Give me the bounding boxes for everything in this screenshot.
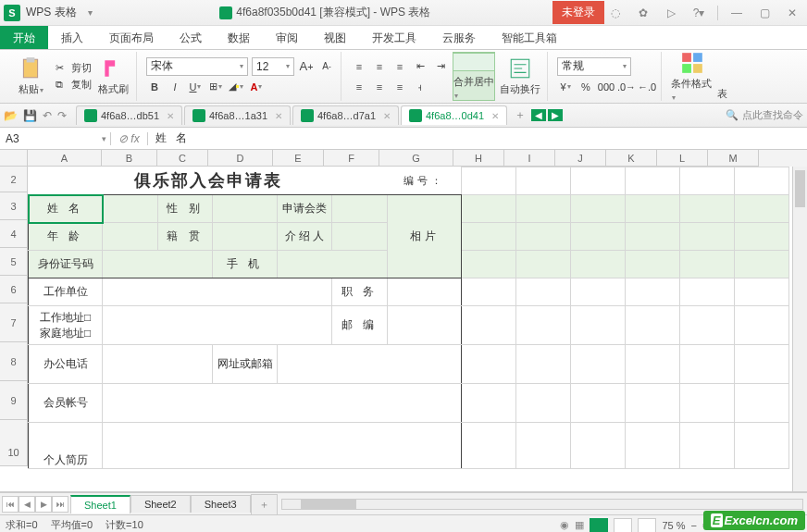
close-button[interactable]: ✕ [781, 6, 803, 19]
cell-F3[interactable] [332, 195, 388, 223]
copy-button[interactable]: ⧉复制 [56, 78, 92, 93]
ribbon-tab-review[interactable]: 审阅 [263, 26, 311, 49]
ribbon-tab-devtools[interactable]: 开发工具 [359, 26, 429, 49]
col-header-L[interactable]: L [657, 150, 708, 167]
border-button[interactable]: ⊞▾ [207, 79, 224, 95]
cell-F6[interactable]: 职 务 [332, 278, 388, 306]
cell-D5[interactable]: 手 机 [213, 251, 278, 278]
row-header-7[interactable]: 7 [0, 303, 28, 342]
row-header-5[interactable]: 5 [0, 248, 28, 276]
cell-E5[interactable] [278, 251, 388, 278]
redo-icon[interactable]: ↷ [57, 109, 67, 122]
col-header-J[interactable]: J [555, 150, 606, 167]
col-header-B[interactable]: B [102, 150, 157, 167]
cell-B3[interactable] [103, 195, 158, 223]
format-painter-button[interactable]: 格式刷 [95, 52, 130, 101]
sheet-nav-first[interactable]: ⏮ [2, 496, 19, 513]
open-file-icon[interactable]: 📂 [4, 109, 18, 122]
login-badge[interactable]: 未登录 [552, 1, 604, 24]
sheet-nav-last[interactable]: ⏭ [52, 496, 68, 513]
ribbon-tab-pagelayout[interactable]: 页面布局 [96, 26, 167, 49]
increase-decimal-button[interactable]: .0→ [618, 79, 635, 95]
col-header-E[interactable]: E [273, 150, 324, 167]
vertical-scrollbar[interactable] [792, 167, 807, 491]
name-box[interactable]: A3▾ [0, 132, 111, 145]
fill-color-button[interactable]: ◢▾ [228, 79, 244, 95]
tab-nav-right[interactable]: ▶ [548, 109, 563, 121]
col-header-M[interactable]: M [708, 150, 759, 167]
cell-A4[interactable]: 年 龄 [29, 223, 103, 251]
row-header-8[interactable]: 8 [0, 342, 28, 381]
cell-A5[interactable]: 身份证号码 [29, 251, 103, 278]
paste-button[interactable]: 粘贴▾ [9, 52, 52, 101]
document-tab-4[interactable]: 4f6a8…0d41✕ [401, 105, 507, 125]
number-format-select[interactable]: 常规▾ [557, 57, 631, 76]
merge-center-button[interactable]: 合并居中▾ [453, 52, 495, 101]
cell-A3[interactable]: 姓 名 [29, 195, 103, 223]
fx-icon[interactable]: ⊘ fx [111, 132, 148, 145]
cell-B9[interactable] [103, 384, 462, 423]
save-file-icon[interactable]: 💾 [23, 109, 37, 122]
align-bottom-button[interactable]: ≡ [391, 58, 408, 75]
photo-cell[interactable]: 相片 [388, 195, 462, 278]
sheet-tab-2[interactable]: Sheet2 [130, 495, 191, 513]
select-all-corner[interactable] [0, 150, 28, 167]
cell-C4[interactable]: 籍 贯 [158, 223, 213, 251]
cell-C3[interactable]: 性 别 [158, 195, 213, 223]
col-header-G[interactable]: G [379, 150, 453, 167]
font-color-button[interactable]: A▾ [248, 79, 265, 95]
document-tab-1[interactable]: 4f6a8…db51✕ [76, 105, 182, 125]
cell-A9[interactable]: 会员帐号 [29, 384, 103, 423]
cell-grid[interactable]: 俱乐部入会申请表 编号： 姓 名 性 别 申请会类 相片 年 龄 籍 贯 [28, 167, 789, 469]
merge-split-button[interactable]: ⫞ [412, 79, 428, 95]
decrease-font-button[interactable]: A- [318, 58, 335, 75]
col-header-D[interactable]: D [208, 150, 273, 167]
cell-B10[interactable] [103, 423, 462, 469]
zoom-value[interactable]: 75 % [662, 520, 685, 531]
add-sheet-button[interactable]: ＋ [251, 494, 278, 514]
view-pagebreak-button[interactable] [638, 518, 656, 533]
cell-E3[interactable]: 申请会类 [278, 195, 332, 223]
formula-input[interactable]: 姓名 [148, 130, 807, 146]
align-top-button[interactable]: ≡ [351, 58, 367, 75]
zoom-out-button[interactable]: − [691, 520, 697, 531]
help-icon[interactable]: ?▾ [688, 6, 710, 19]
share-icon[interactable]: ▷ [660, 6, 682, 19]
cell-B6[interactable] [103, 278, 332, 306]
increase-font-button[interactable]: A+ [298, 58, 315, 75]
row-header-10[interactable]: 10 [0, 420, 28, 466]
cell-E4[interactable]: 介 绍 人 [278, 223, 332, 251]
cell-A6[interactable]: 工作单位 [29, 278, 103, 306]
cell-A8[interactable]: 办公电话 [29, 345, 103, 384]
cut-button[interactable]: ✂剪切 [56, 61, 92, 76]
cell-B5[interactable] [103, 251, 213, 278]
currency-button[interactable]: ¥▾ [557, 79, 574, 95]
col-header-C[interactable]: C [157, 150, 208, 167]
ribbon-tab-cloud[interactable]: 云服务 [429, 26, 489, 49]
underline-button[interactable]: U▾ [187, 79, 204, 95]
cell-G6[interactable] [388, 278, 462, 306]
percent-button[interactable]: % [577, 79, 594, 95]
horizontal-scrollbar[interactable] [281, 499, 803, 510]
undo-icon[interactable]: ↶ [43, 109, 52, 122]
row-header-6[interactable]: 6 [0, 276, 28, 303]
font-size-select[interactable]: 12▾ [252, 57, 294, 76]
tab-nav-left[interactable]: ◀ [531, 109, 546, 121]
close-tab-icon[interactable]: ✕ [491, 111, 499, 121]
font-name-select[interactable]: 宋体▾ [146, 57, 248, 76]
cell-D4[interactable] [213, 223, 278, 251]
minimize-button[interactable]: — [726, 6, 748, 19]
ribbon-tab-insert[interactable]: 插入 [48, 26, 96, 49]
italic-button[interactable]: I [167, 79, 183, 95]
col-header-F[interactable]: F [324, 150, 379, 167]
ribbon-tab-formula[interactable]: 公式 [167, 26, 215, 49]
cell-F7[interactable]: 邮 编 [332, 306, 388, 345]
sheet-tab-3[interactable]: Sheet3 [191, 495, 251, 513]
sheet-nav-next[interactable]: ▶ [35, 496, 52, 513]
cell-B8[interactable] [103, 345, 213, 384]
indent-decrease-button[interactable]: ⇤ [412, 58, 428, 75]
sheet-tab-1[interactable]: Sheet1 [70, 495, 130, 513]
row-header-4[interactable]: 4 [0, 220, 28, 248]
align-right-button[interactable]: ≡ [391, 79, 408, 95]
auto-wrap-button[interactable]: 自动换行 [499, 52, 541, 101]
